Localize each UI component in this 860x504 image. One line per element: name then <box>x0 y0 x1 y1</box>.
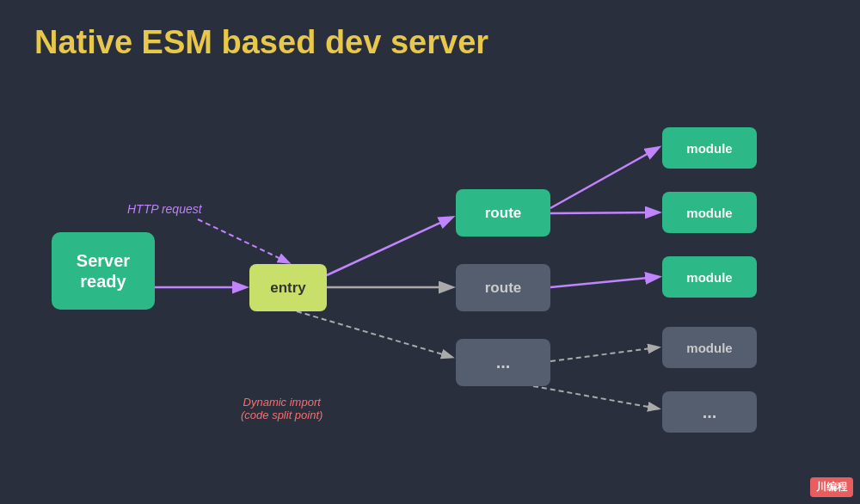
route2-node: route <box>456 264 550 311</box>
route1-node: route <box>456 189 550 237</box>
module2-node: module <box>662 192 757 233</box>
svg-line-6 <box>550 212 658 213</box>
page-title: Native ESM based dev server <box>34 24 488 61</box>
svg-line-8 <box>550 347 658 361</box>
module1-node: module <box>662 127 757 169</box>
entry-node: entry <box>249 264 327 311</box>
http-label: HTTP request <box>127 202 202 216</box>
svg-line-5 <box>550 148 658 208</box>
server-ready-node: Server ready <box>52 232 155 310</box>
svg-line-1 <box>198 219 288 262</box>
dynamic-label: Dynamic import(code split point) <box>241 396 322 421</box>
module4-node: module <box>662 327 757 368</box>
dots1-node: ... <box>456 339 550 386</box>
module3-node: module <box>662 256 757 298</box>
svg-line-9 <box>533 386 658 409</box>
watermark: 川编程 <box>810 477 853 497</box>
svg-line-7 <box>550 277 658 287</box>
svg-line-4 <box>297 311 452 357</box>
svg-line-2 <box>327 218 452 275</box>
dots2-node: ... <box>662 391 757 433</box>
